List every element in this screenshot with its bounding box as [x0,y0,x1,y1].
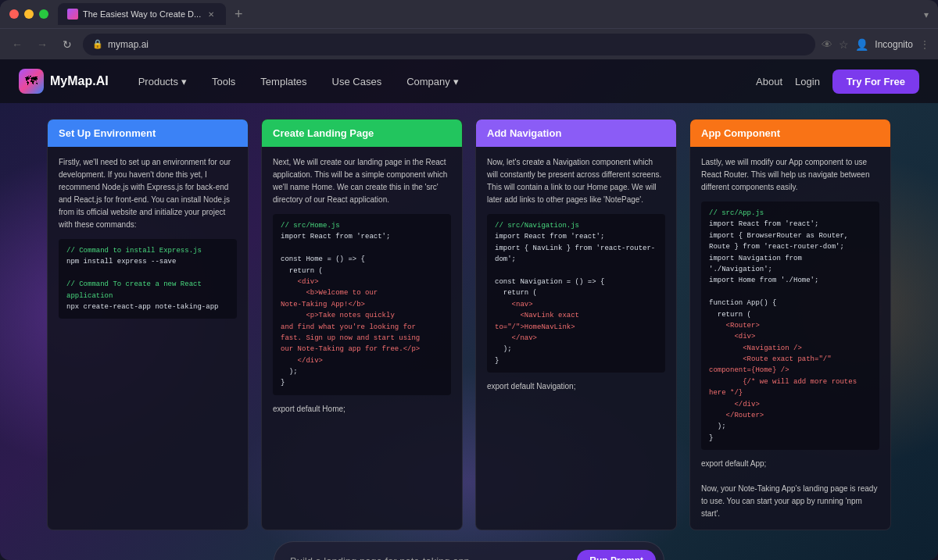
browser-actions: 👁 ☆ 👤 Incognito ⋮ [822,38,930,51]
new-tab-button[interactable]: + [229,5,248,23]
nav-right: About Login Try For Free [756,70,919,94]
maximize-button[interactable] [39,9,48,19]
browser-bar: ← → ↻ 🔒 mymap.ai 👁 ☆ 👤 Incognito ⋮ [0,28,938,59]
forward-button[interactable]: → [33,35,52,54]
site-nav: 🗺 MyMap.AI Products ▾ Tools Templates Us… [0,59,938,103]
browser-tab[interactable]: The Easiest Way to Create D... ✕ [58,3,226,25]
cards-container: Set Up Environment Firstly, we'll need t… [47,119,891,530]
website-content: 🗺 MyMap.AI Products ▾ Tools Templates Us… [0,59,938,560]
reload-button[interactable]: ↻ [58,35,77,54]
close-button[interactable] [9,9,19,19]
nav-item-templates[interactable]: Templates [249,71,317,92]
card-app-component: App Component Lastly, we will modify our… [689,119,891,530]
chevron-down-icon: ▾ [453,76,459,87]
nav-item-products[interactable]: Products ▾ [127,71,198,92]
card-desc-app: Lastly, we will modify our App component… [701,156,879,194]
card-header-nav: Add Navigation [476,119,676,147]
window-controls-right: ▾ [924,7,929,21]
nav-item-company[interactable]: Company ▾ [396,71,470,92]
card-body-app: Lastly, we will modify our App component… [690,147,890,530]
minimize-button[interactable] [24,9,34,19]
card-desc-landing: Next, We will create our landing page in… [273,156,451,206]
card-desc-setup: Firstly, we'll need to set up an environ… [59,156,237,231]
code-block-nav: // src/Navigation.js import React from '… [487,214,665,373]
card-body-landing: Next, We will create our landing page in… [262,147,462,530]
chevron-down-icon: ▾ [181,76,187,87]
traffic-lights [9,9,48,19]
incognito-label: Incognito [875,39,913,50]
nav-login-link[interactable]: Login [795,76,820,87]
card-navigation: Add Navigation Now, let's create a Navig… [475,119,677,530]
nav-item-tools[interactable]: Tools [201,71,246,92]
card-header-landing: Create Landing Page [262,119,462,147]
card-landing-page: Create Landing Page Next, We will create… [261,119,463,530]
tab-favicon [67,9,78,20]
chevron-down-icon: ▾ [924,9,929,20]
try-free-button[interactable]: Try For Free [832,70,919,94]
tab-bar: The Easiest Way to Create D... ✕ + [58,3,929,25]
content-area: Set Up Environment Firstly, we'll need t… [0,103,938,560]
address-bar[interactable]: 🔒 mymap.ai [83,34,815,55]
prompt-text[interactable]: Build a landing page for note-taking app [290,555,567,560]
title-bar: The Easiest Way to Create D... ✕ + ▾ [0,0,938,28]
nav-links: Products ▾ Tools Templates Use Cases Com… [127,71,756,92]
tab-close-button[interactable]: ✕ [206,9,217,20]
card-body-nav: Now, let's create a Navigation component… [476,147,676,530]
card-desc2-landing: export default Home; [273,403,451,416]
profile-icon[interactable]: 👤 [855,38,868,51]
card-setup-environment: Set Up Environment Firstly, we'll need t… [47,119,249,530]
code-block-landing: // src/Home.js import React from 'react'… [273,214,451,395]
url-text: mymap.ai [108,39,149,50]
run-prompt-button[interactable]: Run Prompt [577,550,656,560]
bookmark-icon[interactable]: ☆ [839,38,849,51]
code-block-setup: // Command to install Express.js npm ins… [59,239,237,319]
nav-item-usecases[interactable]: Use Cases [321,71,393,92]
card-body-setup: Firstly, we'll need to set up an environ… [48,147,248,530]
menu-icon[interactable]: ⋮ [919,38,930,51]
back-button[interactable]: ← [8,35,27,54]
card-header-app: App Component [690,119,890,147]
card-desc2-app: export default App;Now, your Note-Taking… [701,458,879,520]
code-block-app: // src/App.js import React from 'react';… [701,202,879,450]
card-desc2-nav: export default Navigation; [487,380,665,393]
logo-text: MyMap.AI [50,74,109,88]
mac-window: The Easiest Way to Create D... ✕ + ▾ ← →… [0,0,938,560]
tab-title: The Easiest Way to Create D... [83,9,201,19]
nav-logo[interactable]: 🗺 MyMap.AI [19,69,109,94]
prompt-bar: Build a landing page for note-taking app… [274,541,664,560]
card-header-setup: Set Up Environment [48,119,248,147]
lock-icon: 🔒 [92,39,103,49]
logo-icon: 🗺 [19,69,44,94]
privacy-icon[interactable]: 👁 [822,38,832,51]
nav-about-link[interactable]: About [756,76,782,87]
card-desc-nav: Now, let's create a Navigation component… [487,156,665,206]
